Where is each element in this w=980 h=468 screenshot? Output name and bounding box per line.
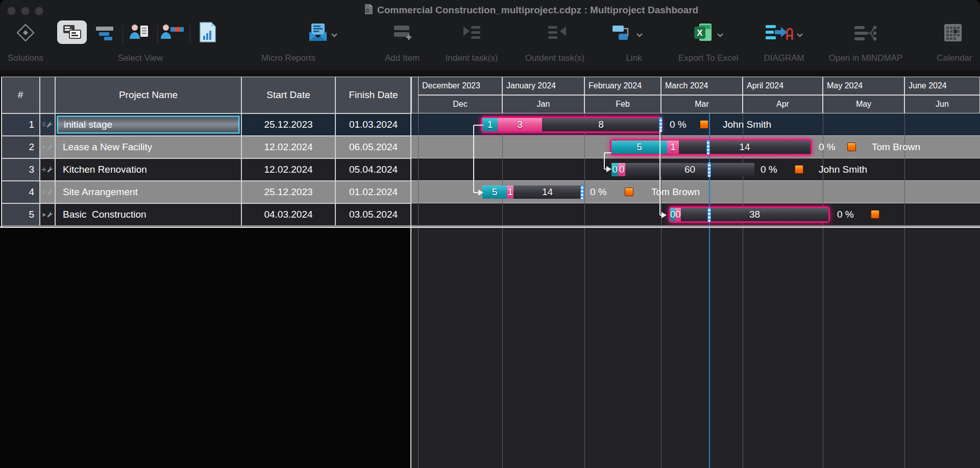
bar-segment-teal: 5 [611, 141, 667, 154]
link-icon[interactable] [611, 25, 633, 44]
start-date-cell[interactable]: 12.02.2024 [241, 136, 335, 158]
row-tool-icon-cell[interactable]: ✛ [40, 136, 55, 158]
dependency-link-line [604, 152, 611, 153]
status-flag-icon[interactable] [847, 143, 856, 151]
row-tool-icon-cell[interactable]: ➤ [40, 203, 55, 226]
resource-name-label: Tom Brown [651, 186, 700, 198]
row-number-cell[interactable]: 1 [1, 113, 40, 136]
view-gantt-button[interactable] [96, 26, 116, 43]
dashboard-icon [62, 24, 82, 40]
gantt-bar-task-4[interactable]: 5114 [482, 185, 581, 199]
month-subheader-mar: Mar [661, 95, 743, 113]
view-resource-usage-button[interactable] [160, 24, 184, 44]
document-icon [364, 4, 373, 17]
indent-icon[interactable] [462, 25, 482, 44]
bar-segment-pink: 1 [507, 185, 513, 199]
bar-segment-teal: 0 [611, 163, 618, 176]
svg-text:X: X [697, 28, 703, 38]
bar-drag-handle[interactable] [706, 139, 710, 155]
project-name-cell-selected[interactable]: initial stage [55, 113, 241, 136]
finish-date-cell[interactable]: 01.02.2024 [335, 181, 411, 203]
month-header-apr: April 2024 [743, 77, 823, 95]
column-header-start: Start Date [241, 77, 335, 113]
row-number-cell[interactable]: 5 [1, 203, 40, 226]
month-gridline [584, 113, 585, 468]
table-bottom-border [0, 226, 980, 228]
bar-drag-handle[interactable] [707, 207, 711, 222]
excel-chevron[interactable] [717, 31, 724, 40]
close-button[interactable] [7, 7, 16, 15]
bar-segment-teal: 0 [670, 208, 675, 221]
dependency-link-line [474, 125, 483, 126]
row-tool-icon-cell[interactable]: ✛ [40, 181, 55, 203]
excel-icon[interactable]: X [693, 22, 713, 45]
row-number-cell[interactable]: 4 [1, 181, 40, 203]
bar-segment-dark: 14 [679, 141, 811, 154]
finish-date-cell[interactable]: 05.04.2024 [335, 158, 411, 181]
percent-complete-label: 0 % [819, 142, 836, 153]
project-name-cell[interactable]: Lease a New Facility [55, 136, 241, 158]
diagram-icon[interactable] [765, 24, 794, 44]
outdent-icon[interactable] [547, 25, 568, 44]
mindmap-icon[interactable] [853, 25, 877, 44]
status-flag-icon[interactable] [625, 188, 633, 196]
percent-complete-label: 0 % [670, 119, 687, 130]
status-flag-icon[interactable] [700, 120, 708, 129]
gantt-bar-task-3[interactable]: 0060 [611, 163, 754, 176]
plus-wrench-icon: ✛ [41, 166, 53, 173]
bar-segment-pink: 1 [667, 141, 679, 154]
open-mindmap-label[interactable]: Open in MINDMAP [802, 53, 929, 64]
calendar-icon[interactable] [943, 22, 963, 45]
calendar-label[interactable]: Calendar [916, 53, 980, 64]
row-tool-icon-cell[interactable]: ✛ [40, 158, 55, 181]
start-date-cell[interactable]: 04.03.2024 [241, 203, 335, 226]
add-item-icon[interactable] [393, 25, 413, 44]
row-tool-icon-cell[interactable]: ⠿ [40, 113, 55, 136]
finish-date-cell[interactable]: 01.03.2024 [335, 113, 411, 136]
select-view-label[interactable]: Select View [89, 53, 191, 64]
month-header-spacer [411, 77, 419, 113]
plus-wrench-icon: ✛ [41, 189, 53, 196]
view-dashboard-button[interactable] [57, 20, 87, 44]
start-date-cell[interactable]: 12.02.2024 [241, 158, 335, 181]
micro-reports-icon[interactable] [308, 22, 328, 44]
gantt-bar-task-5[interactable]: 0038 [669, 206, 830, 223]
status-flag-icon[interactable] [795, 165, 803, 174]
month-gridline [904, 113, 905, 468]
solutions-icon[interactable] [15, 22, 36, 45]
diagram-chevron[interactable] [796, 31, 803, 40]
finish-date-cell[interactable]: 03.05.2024 [335, 203, 411, 226]
status-flag-icon[interactable] [871, 210, 879, 219]
project-name-cell[interactable]: Kitchen Renovation [55, 158, 241, 181]
toolbar: X Solutions Select View Micro Reports Ad… [0, 18, 980, 71]
bar-drag-handle[interactable] [707, 162, 711, 177]
bar-drag-handle[interactable] [580, 184, 584, 200]
view-resources-button[interactable] [129, 24, 150, 44]
solutions-label[interactable]: Solutions [0, 53, 51, 64]
plus-wrench-icon: ✛ [41, 144, 53, 151]
row-number-cell[interactable]: 2 [1, 136, 40, 158]
start-date-cell[interactable]: 25.12.2023 [241, 181, 335, 203]
link-chevron[interactable] [636, 31, 643, 40]
percent-complete-label: 0 % [761, 164, 777, 175]
finish-date-cell[interactable]: 06.05.2024 [335, 136, 411, 158]
project-name-edit-field[interactable]: initial stage [57, 115, 240, 134]
view-report-button[interactable] [199, 21, 216, 45]
micro-reports-label[interactable]: Micro Reports [237, 53, 339, 64]
zoom-button[interactable] [35, 7, 43, 15]
start-date-cell[interactable]: 25.12.2023 [241, 113, 335, 136]
project-name-cell[interactable]: Site Arrangement [55, 181, 241, 203]
dependency-link-arrowhead [662, 212, 667, 218]
gantt-bar-task-2[interactable]: 5114 [610, 139, 812, 155]
table-right-border [410, 77, 411, 468]
row-number-cell[interactable]: 3 [1, 158, 40, 181]
project-name-cell[interactable]: Basic Construction [55, 203, 241, 226]
gantt-bar-task-1[interactable]: 138 [481, 116, 662, 133]
column-header-name: Project Name [55, 77, 241, 113]
micro-reports-chevron[interactable] [331, 31, 338, 40]
minimize-button[interactable] [21, 7, 30, 15]
bar-segment-pink: 3 [498, 118, 542, 131]
project-name-text: initial stage [64, 119, 112, 130]
main-content: #Project NameStart DateFinish DateDecemb… [0, 77, 980, 468]
month-header-jun: June 2024 [904, 77, 980, 95]
